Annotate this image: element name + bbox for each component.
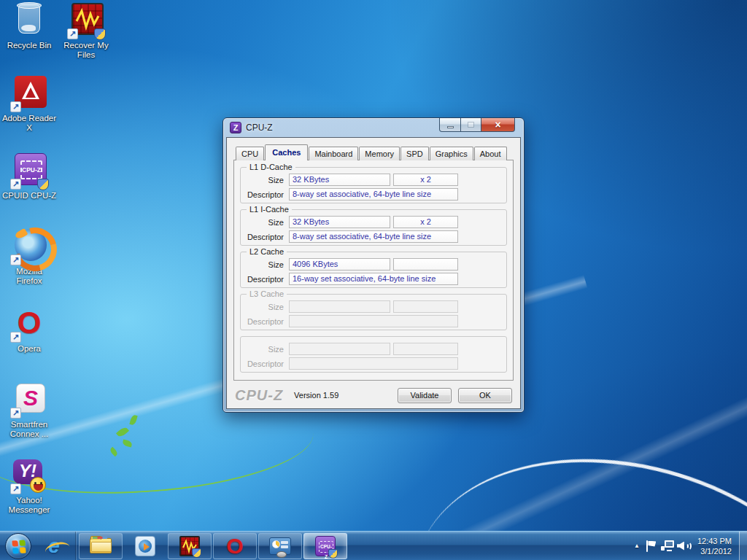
tab-mainboard[interactable]: Mainboard — [309, 147, 358, 160]
title-bar[interactable]: Z CPU-Z × — [223, 118, 524, 137]
l1d-size-field: 32 KBytes — [289, 174, 390, 186]
l2-descriptor-field: 16-way set associative, 64-byte line siz… — [289, 273, 458, 285]
recycle-bin-icon — [12, 3, 47, 38]
windows-logo-icon — [12, 540, 26, 553]
tab-bar: CPU Caches Mainboard Memory SPD Graphics… — [233, 147, 514, 160]
window-footer: CPU-Z Version 1.59 Validate OK — [233, 381, 514, 410]
l1i-size-field: 32 KBytes — [289, 216, 390, 228]
group-extra-cache: Size Descriptor — [240, 336, 507, 373]
descriptor-label: Descriptor — [241, 317, 289, 326]
taskbar-item-system-utility[interactable] — [258, 533, 302, 559]
validate-button[interactable]: Validate — [398, 388, 452, 403]
network-item[interactable] — [659, 532, 676, 560]
l1d-descriptor-field: 8-way set associative, 64-byte line size — [289, 188, 458, 201]
tab-caches[interactable]: Caches — [265, 144, 308, 160]
system-tray: ▲ 12:43 PM 3/1/2012 — [630, 532, 747, 560]
taskbar-item-explorer[interactable] — [79, 533, 123, 559]
taskbar-divider — [75, 532, 76, 560]
desktop-icon-recycle-bin[interactable]: Recycle Bin — [0, 3, 58, 50]
size-label: Size — [241, 218, 289, 227]
desktop-icon-smartfren[interactable]: S ↗ Smartfren Connex ... — [0, 382, 58, 439]
tab-about[interactable]: About — [474, 147, 507, 160]
icon-label: Smartfren Connex ... — [0, 420, 58, 439]
desktop-icon-yahoo-messenger[interactable]: Y! ↗ Yahoo! Messenger — [0, 458, 58, 515]
tab-spd[interactable]: SPD — [400, 147, 429, 160]
version-label: Version 1.59 — [294, 391, 398, 400]
l1i-descriptor-field: 8-way set associative, 64-byte line size — [289, 230, 458, 243]
l3-descriptor-field — [289, 315, 458, 327]
taskbar-item-opera[interactable]: O — [213, 533, 257, 559]
size-label: Size — [241, 345, 289, 354]
group-title: L1 D-Cache — [247, 163, 295, 171]
descriptor-label: Descriptor — [241, 275, 289, 284]
recover-my-files-icon: ↗ — [69, 3, 104, 38]
desktop-icon-opera[interactable]: O ↗ Opera — [0, 306, 58, 354]
window-controls: × — [439, 118, 515, 132]
opera-icon: O — [226, 534, 243, 558]
tab-cpu[interactable]: CPU — [236, 147, 264, 160]
extra-size-field — [289, 343, 390, 355]
icon-label: CPUID CPU-Z — [0, 191, 58, 201]
shortcut-arrow-icon: ↗ — [10, 332, 21, 343]
cpuz-window-icon: Z — [230, 122, 241, 133]
group-title: L2 Cache — [247, 247, 287, 256]
uac-shield-icon — [94, 28, 106, 40]
show-desktop-button[interactable] — [739, 532, 747, 560]
cpuz-logo: CPU-Z — [235, 387, 283, 404]
uac-shield-icon — [192, 548, 201, 558]
l2-size-field: 4096 KBytes — [289, 258, 390, 271]
start-button[interactable] — [5, 533, 31, 559]
uac-shield-icon — [328, 549, 338, 559]
size-label: Size — [241, 260, 289, 269]
network-icon — [661, 540, 674, 551]
cpuz-app-icon: CPU-Z ↗ — [12, 153, 47, 188]
taskbar-item-cpuz[interactable]: CPU-Z — [303, 533, 347, 559]
l3-count-field — [393, 300, 458, 313]
shortcut-arrow-icon: ↗ — [10, 254, 21, 265]
group-l2-cache: L2 Cache Size 4096 KBytes Descriptor 16-… — [240, 252, 507, 288]
shortcut-arrow-icon: ↗ — [10, 101, 21, 112]
window-client-area: CPU Caches Mainboard Memory SPD Graphics… — [226, 137, 521, 409]
shortcut-arrow-icon: ↗ — [10, 483, 21, 494]
close-button[interactable]: × — [481, 118, 515, 132]
shortcut-arrow-icon: ↗ — [67, 28, 78, 39]
cpuz-icon: CPU-Z — [315, 536, 336, 556]
desktop-icon-adobe-reader[interactable]: ↗ Adobe Reader X — [0, 76, 58, 133]
group-title: L3 Cache — [247, 289, 287, 298]
speaker-icon — [677, 540, 690, 552]
descriptor-label: Descriptor — [241, 190, 289, 199]
firefox-icon: ↗ — [12, 229, 47, 264]
ok-button[interactable]: OK — [458, 388, 512, 403]
group-l1-icache: L1 I-Cache Size 32 KBytes x 2 Descriptor… — [240, 209, 507, 246]
icon-label: Opera — [0, 344, 58, 354]
desktop-icon-firefox[interactable]: ↗ Mozilla Firefox — [0, 229, 58, 286]
opera-icon: O ↗ — [12, 306, 47, 341]
smartfren-icon: S ↗ — [12, 382, 47, 417]
show-hidden-icons-button[interactable]: ▲ — [630, 542, 643, 549]
taskbar-item-internet-explorer[interactable]: e — [35, 532, 73, 560]
desktop-icon-cpuid-cpuz[interactable]: CPU-Z ↗ CPUID CPU-Z — [0, 153, 58, 201]
volume-item[interactable] — [676, 532, 692, 560]
media-player-icon — [135, 536, 155, 556]
internet-explorer-icon: e — [48, 535, 60, 557]
recover-my-files-icon — [179, 536, 200, 556]
icon-label: Recover My Files — [57, 41, 115, 60]
minimize-button[interactable] — [439, 118, 461, 132]
flag-icon — [646, 540, 657, 552]
maximize-button — [461, 118, 481, 132]
action-center-item[interactable] — [643, 532, 659, 560]
tab-graphics[interactable]: Graphics — [430, 147, 473, 160]
uac-shield-icon — [37, 179, 49, 190]
window-title: CPU-Z — [246, 122, 273, 133]
icon-label: Yahoo! Messenger — [0, 496, 58, 515]
desktop: Recycle Bin ↗ Recover My Files ↗ Adobe R… — [0, 0, 747, 560]
desktop-icon-recover-my-files[interactable]: ↗ Recover My Files — [57, 3, 115, 60]
tab-memory[interactable]: Memory — [359, 147, 400, 160]
descriptor-label: Descriptor — [241, 233, 289, 241]
taskbar-item-media-player[interactable] — [123, 532, 167, 560]
clock-time: 12:43 PM — [697, 536, 732, 546]
extra-count-field — [393, 343, 458, 355]
l1i-count-field: x 2 — [393, 216, 458, 228]
clock[interactable]: 12:43 PM 3/1/2012 — [692, 536, 739, 556]
taskbar-item-recover-my-files[interactable] — [168, 533, 212, 559]
